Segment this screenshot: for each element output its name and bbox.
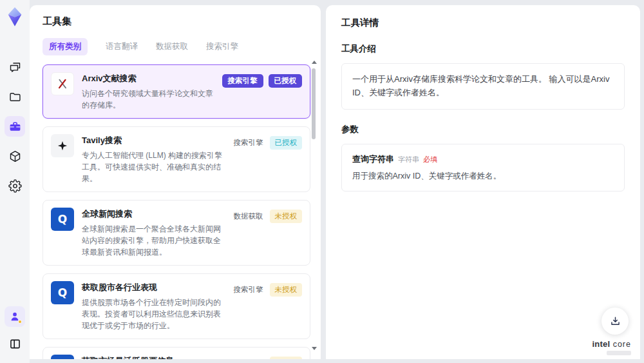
toolbox-icon[interactable] — [5, 116, 25, 137]
panel-toggle-icon[interactable] — [5, 333, 25, 354]
param-required-badge: 必填 — [423, 155, 437, 164]
tool-title: Tavily搜索 — [82, 134, 225, 146]
chat-icon[interactable] — [5, 57, 25, 77]
news-blue-icon: Q — [51, 281, 74, 304]
param-description: 用于搜索的Arxiv ID、关键字或作者姓名。 — [352, 171, 614, 182]
cube-icon[interactable] — [5, 146, 25, 166]
scrollbar-thumb[interactable] — [312, 68, 316, 139]
tool-details-panel: 工具详情 工具介绍 一个用于从Arxiv存储库搜索科学论文和文章的工具。 输入可… — [326, 5, 640, 359]
param-type: 字符串 — [398, 155, 419, 164]
tool-card[interactable]: Arxiv文献搜索 访问各个研究领域大量科学论文和文章的存储库。 搜索引擎 已授… — [43, 64, 310, 119]
scroll-down-arrow[interactable] — [312, 347, 317, 350]
tab-数据获取[interactable]: 数据获取 — [156, 38, 188, 55]
tool-title: Arxiv文献搜索 — [82, 72, 214, 84]
tool-status-tag: 已授权 — [270, 136, 303, 150]
tool-intro-box: 一个用于从Arxiv存储库搜索科学论文和文章的工具。 输入可以是Arxiv ID… — [341, 63, 625, 110]
user-status-dot — [18, 320, 22, 324]
tool-category-tag: 搜索引擎 — [232, 283, 265, 297]
tools-panel: 工具集 所有类别语言翻译数据获取搜索引擎 Arxiv文献搜索 访问各个研究领域大… — [30, 5, 321, 359]
news-blue-icon: Q — [51, 355, 74, 359]
intel-core-logo: intel core — [592, 338, 631, 355]
tab-所有类别[interactable]: 所有类别 — [43, 38, 88, 55]
download-button[interactable] — [601, 308, 629, 335]
scroll-up-arrow[interactable] — [312, 61, 317, 64]
tool-card[interactable]: Q 全球新闻搜索 全球新闻搜索是一个聚合全球各大新闻网站内容的搜索引擎，帮助用户… — [43, 200, 310, 266]
tool-desc: 访问各个研究领域大量科学论文和文章的存储库。 — [82, 88, 214, 111]
tool-card[interactable]: Q 获取股市各行业表现 提供股票市场各个行业在特定时间段内的表现。投资者可以利用… — [43, 273, 310, 339]
tool-card[interactable]: Q 获取市场最活跃股票信息 提供当天交易量最高的股票列表，投资者可以利用这些信息… — [43, 347, 310, 359]
tools-panel-title: 工具集 — [43, 15, 321, 28]
tab-语言翻译[interactable]: 语言翻译 — [106, 38, 138, 55]
tool-desc: 专为人工智能代理 (LLM) 构建的搜索引擎工具。可快速提供实时、准确和真实的结… — [82, 150, 225, 184]
tool-status-tag: 已授权 — [269, 74, 303, 88]
sparkle-icon — [51, 134, 74, 157]
details-title: 工具详情 — [341, 17, 625, 29]
param-name: 查询字符串 — [352, 153, 394, 165]
icon-sidebar — [0, 0, 30, 363]
tool-list: Arxiv文献搜索 访问各个研究领域大量科学论文和文章的存储库。 搜索引擎 已授… — [43, 64, 310, 359]
brand-intel-text: intel — [592, 339, 610, 349]
tool-category-tag: 搜索引擎 — [222, 74, 263, 88]
category-tabs: 所有类别语言翻译数据获取搜索引擎 — [43, 38, 321, 55]
tool-title: 全球新闻搜索 — [82, 208, 225, 220]
tools-scrollbar[interactable] — [311, 61, 316, 350]
tool-desc: 全球新闻搜索是一个聚合全球各大新闻网站内容的搜索引擎，帮助用户快速获取全球最新资… — [82, 223, 225, 258]
news-blue-icon: Q — [51, 208, 74, 231]
tab-搜索引擎[interactable]: 搜索引擎 — [206, 38, 238, 55]
tool-status-tag: 未授权 — [270, 283, 303, 297]
tool-title: 获取股市各行业表现 — [82, 281, 225, 293]
folder-icon[interactable] — [5, 86, 25, 107]
tool-title: 获取市场最活跃股票信息 — [82, 355, 225, 359]
intro-heading: 工具介绍 — [341, 43, 625, 55]
tool-category-tag: 搜索引擎 — [232, 136, 265, 150]
user-avatar-icon[interactable] — [5, 306, 25, 327]
app-window: 工具集 所有类别语言翻译数据获取搜索引擎 Arxiv文献搜索 访问各个研究领域大… — [0, 0, 644, 363]
brand-sub-mark — [607, 351, 631, 355]
arxiv-icon — [51, 72, 74, 95]
app-logo-icon — [6, 6, 24, 27]
tool-desc: 提供股票市场各个行业在特定时间段内的表现。投资者可以利用这些信息来识别表现优于或… — [82, 297, 225, 331]
tool-status-tag: 未授权 — [270, 357, 303, 359]
parameter-box: 查询字符串 字符串 必填 用于搜索的Arxiv ID、关键字或作者姓名。 — [341, 144, 625, 191]
settings-gear-icon[interactable] — [5, 175, 25, 196]
tool-status-tag: 未授权 — [270, 210, 303, 223]
tool-category-tag: 搜索引擎 — [232, 357, 265, 359]
brand-core-text: core — [613, 340, 631, 349]
tool-category-tag: 数据获取 — [232, 210, 265, 223]
params-heading: 参数 — [341, 124, 625, 135]
tool-card[interactable]: Tavily搜索 专为人工智能代理 (LLM) 构建的搜索引擎工具。可快速提供实… — [43, 126, 310, 192]
